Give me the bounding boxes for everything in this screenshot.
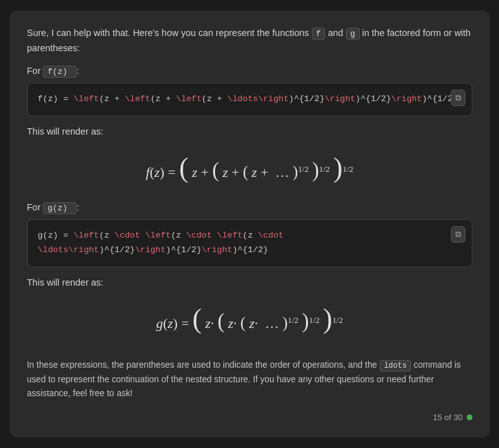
code-f-prefix: f(z) = [38,94,74,104]
func-g-inline: g [346,28,360,40]
code-g-ldots: \ldots [38,245,69,255]
math-display-g: g(z) = ( z· ( z· ( z· … )1/2 )1/2 )1/2 [27,294,472,347]
code-f-ldots: \ldots [227,94,258,104]
copy-button-f[interactable]: ⧉ [451,90,465,106]
func-f-inline: f [312,28,326,40]
fz-label-code: f(z) [43,66,77,78]
footer-text-start: In these expressions, the parentheses ar… [27,360,378,370]
code-g-prefix: g(z) = [38,231,74,240]
code-g-right2: \right [135,245,166,255]
code-f-left3: \left [176,94,202,104]
render-label-f: This will render as: [27,126,472,136]
for-label-g: For g(z) : [27,202,472,213]
code-g-cdot2: \cdot [186,231,217,240]
code-f-right2: \right [324,94,355,104]
code-f-left1: \left [73,94,99,104]
code-g-left1: \left [73,231,99,240]
code-f-left2: \left [125,94,151,104]
code-g-left2: \left [145,231,171,240]
render-label-g: This will render as: [27,277,472,288]
math-display-f: f(z) = ( z + ( z + ( z + … )1/2 )1/2 )1/… [27,143,472,196]
counter-label: 15 of 30 [433,413,463,422]
for-label-f: For f(z) : [27,66,472,76]
page-counter: 15 of 30 [27,413,472,422]
copy-button-g[interactable]: ⧉ [451,226,465,243]
code-g-cdot3: \cdot [258,231,284,240]
intro-text-start: Sure, I can help with that. Here's how y… [27,28,309,38]
intro-paragraph: Sure, I can help with that. Here's how y… [27,26,472,56]
code-g-right3: \right [202,245,233,255]
footer-paragraph: In these expressions, the parentheses ar… [27,356,472,401]
code-g-left3: \left [217,231,243,240]
code-block-f: f(z) = \left(z + \left(z + \left(z + \ld… [27,83,472,116]
section-gz: For g(z) : g(z) = \left(z \cdot \left(z … [27,202,472,347]
intro-and: and [328,28,343,38]
main-card: Sure, I can help with that. Here's how y… [9,11,490,437]
code-f-right1: \right [258,94,289,104]
code-g-cdot1: \cdot [114,231,145,240]
green-dot-icon [467,415,472,420]
code-block-g: g(z) = \left(z \cdot \left(z \cdot \left… [27,219,472,267]
code-f-right3: \right [391,94,422,104]
section-fz: For f(z) : f(z) = \left(z + \left(z + \l… [27,66,472,196]
gz-label-code: g(z) [43,202,77,214]
code-g-right1: \right [68,245,99,255]
ldots-code: ldots [379,360,411,372]
